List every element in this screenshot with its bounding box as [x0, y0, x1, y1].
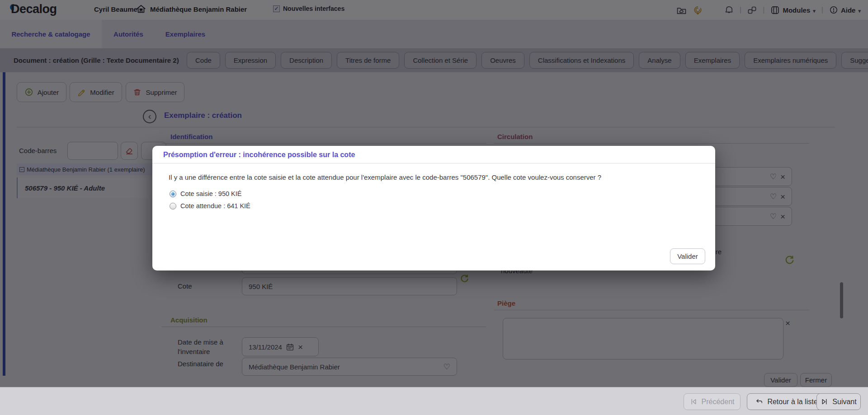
back-to-list-button[interactable]: Retour à la liste	[747, 393, 826, 410]
app-root: Decalog Cyril Beaume Médiathèque Benjami…	[0, 0, 868, 415]
return-arrow-icon	[755, 398, 763, 406]
radio-unselected-icon[interactable]	[170, 203, 176, 210]
option-label: Cote attendue : 641 KIÉ	[180, 202, 250, 210]
option-cote-saisie[interactable]: Cote saisie : 950 KIÉ	[170, 190, 241, 197]
option-label: Cote saisie : 950 KIÉ	[180, 190, 241, 197]
skip-next-icon	[821, 398, 828, 406]
dialog-validate-button[interactable]: Valider	[670, 248, 705, 264]
back-to-list-label: Retour à la liste	[767, 398, 817, 406]
previous-button[interactable]: Précédent	[684, 393, 741, 410]
option-cote-attendue[interactable]: Cote attendue : 641 KIÉ	[170, 202, 250, 210]
previous-label: Précédent	[702, 398, 735, 406]
skip-previous-icon	[690, 398, 698, 406]
error-presumption-dialog: Présomption d'erreur : incohérence possi…	[152, 146, 715, 270]
next-label: Suivant	[832, 398, 856, 406]
record-nav-toolbar: Précédent Retour à la liste Suivant	[0, 387, 868, 415]
dialog-title: Présomption d'erreur : incohérence possi…	[163, 151, 355, 159]
radio-selected-icon[interactable]	[170, 191, 176, 197]
divider	[152, 163, 715, 163]
dialog-message: Il y a une différence entre la cote sais…	[169, 173, 702, 181]
next-button[interactable]: Suivant	[816, 393, 861, 410]
